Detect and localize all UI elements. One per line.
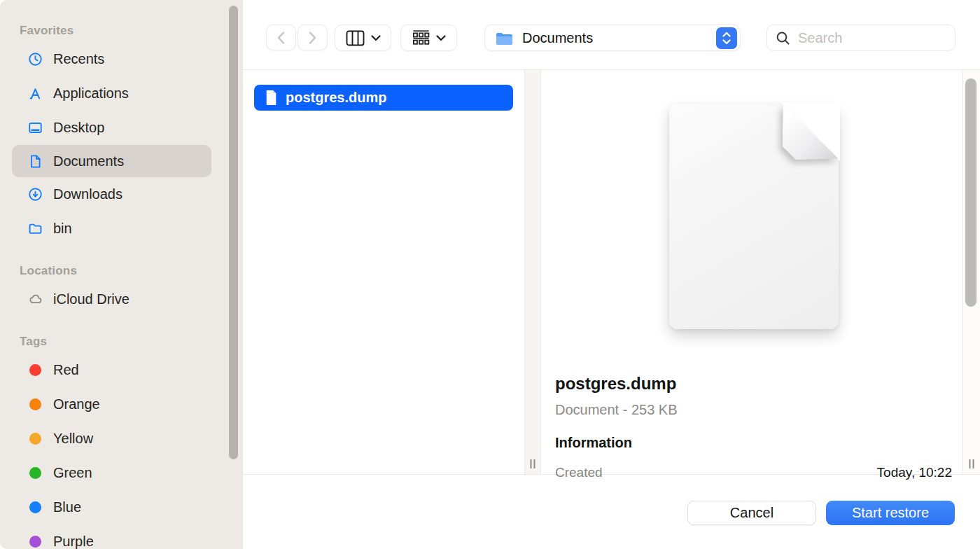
up-down-chevrons-icon (716, 27, 737, 49)
sidebar-section-favorites: Favorites (20, 24, 242, 38)
toolbar: Documents (243, 0, 980, 70)
file-row-selected[interactable]: postgres.dump (254, 85, 513, 111)
location-popup-label: Documents (522, 30, 708, 46)
preview-pane: postgres.dump Document - 253 KB Informat… (541, 70, 962, 474)
clock-icon (26, 50, 44, 69)
preview-file-name: postgres.dump (555, 374, 952, 394)
app-store-icon (26, 85, 44, 103)
tag-dot-yellow-icon (26, 430, 44, 448)
cancel-button[interactable]: Cancel (687, 501, 816, 525)
preview-information-heading: Information (555, 435, 952, 451)
column-resize-handle[interactable] (969, 459, 974, 468)
group-view-button[interactable] (400, 25, 457, 51)
group-view-icon (412, 30, 430, 46)
document-icon (26, 152, 44, 170)
sidebar-tag-yellow[interactable]: Yellow (0, 422, 242, 456)
location-popup-button[interactable]: Documents (484, 25, 741, 51)
sidebar-tag-green[interactable]: Green (0, 456, 242, 490)
tag-dot-red-icon (26, 361, 44, 380)
tag-dot-blue-icon (26, 499, 44, 517)
desktop-icon (26, 119, 44, 137)
file-list-column: postgres.dump (243, 70, 524, 474)
magnifier-icon (776, 31, 790, 46)
chevron-down-icon (371, 35, 381, 41)
preview-created-row: Created Today, 10:22 (555, 465, 952, 480)
sidebar-tag-purple[interactable]: Purple (0, 524, 242, 549)
sidebar-tag-red[interactable]: Red (0, 353, 242, 387)
sidebar-section-locations: Locations (20, 264, 242, 278)
main-panel: Documents postgres.dump (242, 0, 980, 549)
preview-scrollbar-track (962, 70, 980, 474)
sidebar-item-documents[interactable]: Documents (12, 145, 211, 177)
tag-dot-purple-icon (26, 533, 44, 549)
file-picker-dialog: Favorites Recents Applications Desktop D… (0, 0, 980, 549)
created-value: Today, 10:22 (877, 465, 952, 480)
dialog-footer: Cancel Start restore (243, 474, 980, 549)
download-circle-icon (26, 186, 44, 204)
document-preview-icon (669, 104, 839, 329)
sidebar-item-downloads[interactable]: Downloads (0, 177, 242, 211)
file-icon (265, 90, 278, 106)
sidebar-item-bin[interactable]: bin (0, 211, 242, 246)
folder-icon (495, 30, 514, 46)
column-divider[interactable] (524, 70, 541, 474)
sidebar-item-applications[interactable]: Applications (0, 76, 242, 111)
sidebar: Favorites Recents Applications Desktop D… (0, 0, 242, 549)
cloud-icon (26, 291, 44, 309)
sidebar-item-recents[interactable]: Recents (0, 42, 242, 76)
chevron-left-icon (276, 31, 286, 45)
sidebar-scrollbar-thumb[interactable] (229, 6, 238, 459)
preview-scrollbar-thumb[interactable] (965, 78, 976, 307)
file-name: postgres.dump (286, 90, 386, 106)
tag-dot-green-icon (26, 464, 44, 482)
search-input[interactable] (797, 29, 946, 47)
search-field (766, 25, 955, 51)
created-label: Created (555, 465, 603, 480)
forward-button[interactable] (298, 25, 328, 50)
column-view-button[interactable] (335, 25, 391, 51)
chevron-right-icon (308, 31, 317, 45)
sidebar-section-tags: Tags (20, 335, 242, 349)
sidebar-tag-orange[interactable]: Orange (0, 387, 242, 422)
browser-columns: postgres.dump postgres.dump Document - 2… (243, 70, 980, 474)
column-view-icon (346, 30, 365, 46)
sidebar-item-icloud-drive[interactable]: iCloud Drive (0, 282, 242, 317)
tag-dot-orange-icon (26, 396, 44, 414)
preview-kind-size: Document - 253 KB (555, 402, 952, 418)
column-resize-handle[interactable] (531, 459, 536, 468)
sidebar-tag-blue[interactable]: Blue (0, 490, 242, 524)
folder-icon (26, 220, 44, 238)
back-button[interactable] (266, 25, 296, 50)
start-restore-button[interactable]: Start restore (826, 501, 955, 525)
chevron-down-icon (436, 35, 446, 41)
sidebar-item-desktop[interactable]: Desktop (0, 111, 242, 145)
